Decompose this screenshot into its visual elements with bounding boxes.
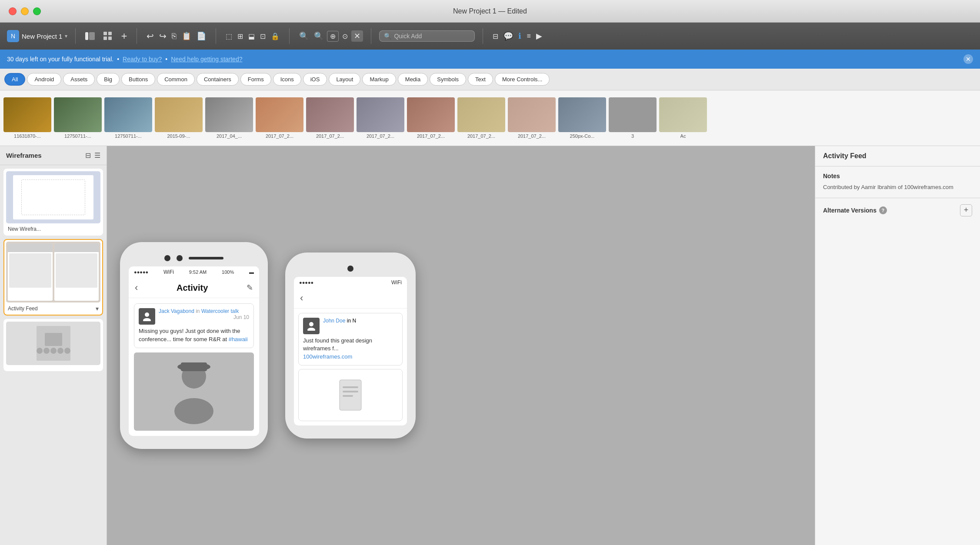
close-button[interactable] <box>9 7 17 15</box>
resize-button[interactable]: ⊡ <box>258 30 267 42</box>
media-item-6[interactable]: 2017_07_2... <box>306 97 354 139</box>
media-item-2[interactable]: 12750711-... <box>104 97 152 139</box>
sidebar-item-activity-feed[interactable]: Activity Feed ▾ <box>3 239 103 316</box>
add-alternate-version-button[interactable]: + <box>960 204 972 216</box>
sidebar-view-toggle[interactable]: ⊟ <box>85 151 91 160</box>
activity-hashtag-1[interactable]: #hawaii <box>229 336 248 342</box>
trial-separator-1: • <box>117 56 119 63</box>
window-controls[interactable] <box>9 7 41 15</box>
back-icon-2[interactable]: ‹ <box>300 292 303 304</box>
clipboard-button[interactable]: 📄 <box>195 30 208 43</box>
align-controls: ⬚ ⊞ ⬓ ⊡ 🔒 <box>224 30 281 42</box>
media-item-12[interactable]: 3 <box>609 97 657 139</box>
activity-preposition-1: in <box>196 308 200 314</box>
canvas-area[interactable]: ●●●●● WiFi 9:52 AM 100% ▬ ‹ Activity ✎ <box>107 146 815 545</box>
media-thumb-0 <box>3 97 51 132</box>
media-item-0[interactable]: 11631870-... <box>3 97 51 139</box>
close-search-button[interactable]: ✕ <box>351 30 363 42</box>
media-thumb-4 <box>205 97 253 132</box>
filter-tab-symbols[interactable]: Symbols <box>430 73 466 86</box>
paste-button[interactable]: 📋 <box>180 30 193 43</box>
filter-tab-layout[interactable]: Layout <box>329 73 360 86</box>
media-strip: 11631870-...12750711-...12750711-...2015… <box>0 90 980 146</box>
sidebar-item-dropdown-button[interactable]: ▾ <box>96 305 99 312</box>
sidebar-item-3[interactable] <box>3 319 103 371</box>
filter-tab-all[interactable]: All <box>4 73 25 86</box>
align-button-2[interactable]: ⊞ <box>236 30 245 42</box>
filter-tab-forms[interactable]: Forms <box>240 73 271 86</box>
search-icon: 🔍 <box>384 33 391 40</box>
media-thumb-5 <box>256 97 303 132</box>
back-icon-1[interactable]: ‹ <box>135 282 138 293</box>
alternate-versions-row: Alternate Versions ? + <box>815 198 980 223</box>
zoom-in-button[interactable]: 🔍 <box>312 30 325 43</box>
dropdown-arrow-icon[interactable]: ▾ <box>65 33 67 39</box>
sidebar-item[interactable]: New Wirefra... <box>3 169 103 236</box>
list-view-button[interactable]: ≡ <box>525 30 532 42</box>
media-item-9[interactable]: 2017_07_2... <box>457 97 505 139</box>
minimize-button[interactable] <box>21 7 29 15</box>
sidebar-toggle-button[interactable] <box>83 30 97 42</box>
filter-tab-android[interactable]: Android <box>27 73 61 86</box>
svg-rect-5 <box>108 37 112 40</box>
filter-tab-containers[interactable]: Containers <box>197 73 239 86</box>
media-item-7[interactable]: 2017_07_2... <box>357 97 404 139</box>
media-item-10[interactable]: 2017_07_2... <box>508 97 556 139</box>
media-label-1: 12750711-... <box>64 133 91 139</box>
help-badge[interactable]: ? <box>879 206 887 214</box>
filter-tab-buttons[interactable]: Buttons <box>121 73 155 86</box>
edit-icon-1[interactable]: ✎ <box>247 283 253 292</box>
help-link[interactable]: Need help getting started? <box>171 56 242 63</box>
grid-view-button[interactable] <box>102 30 114 42</box>
align-button-1[interactable]: ⬚ <box>224 30 234 42</box>
activity-link-2[interactable]: 100wireframes.com <box>303 353 352 360</box>
quick-add-input[interactable] <box>394 33 470 40</box>
phone-bar-1 <box>189 257 223 259</box>
info-button[interactable]: ℹ <box>517 30 523 43</box>
lock-button[interactable]: 🔒 <box>269 30 281 42</box>
distribute-button[interactable]: ⬓ <box>247 30 257 42</box>
media-item-11[interactable]: 250px-Co... <box>558 97 606 139</box>
filter-tab-assets[interactable]: Assets <box>63 73 95 86</box>
filter-tab-markup[interactable]: Markup <box>362 73 396 86</box>
zoom-controls: 🔍 🔍 ⊕ ⊙ ✕ <box>297 30 363 43</box>
copy-button[interactable]: ⎘ <box>170 30 178 43</box>
svg-point-6 <box>145 312 149 317</box>
sidebar-list-toggle[interactable]: ☰ <box>94 151 100 160</box>
filter-tab-more_controls...[interactable]: More Controls... <box>495 73 550 86</box>
maximize-button[interactable] <box>33 7 41 15</box>
svg-point-12 <box>309 322 313 326</box>
media-item-1[interactable]: 12750711-... <box>54 97 102 139</box>
activity-channel-1[interactable]: Watercooler talk <box>201 308 239 314</box>
media-item-3[interactable]: 2015-09-... <box>155 97 203 139</box>
zoom-out-button[interactable]: 🔍 <box>297 30 310 43</box>
filter-tab-text[interactable]: Text <box>468 73 493 86</box>
activity-user-1[interactable]: Jack Vagabond <box>159 308 194 314</box>
undo-button[interactable]: ↩ <box>145 29 156 43</box>
filter-tab-icons[interactable]: Icons <box>273 73 301 86</box>
media-thumb-2 <box>104 97 152 132</box>
activity-user-2[interactable]: John Doe <box>323 318 345 324</box>
comments-button[interactable]: 💬 <box>502 30 515 43</box>
media-item-5[interactable]: 2017_07_2... <box>256 97 303 139</box>
media-item-8[interactable]: 2017_07_2... <box>407 97 455 139</box>
inspector-toggle-button[interactable]: ⊟ <box>491 30 500 42</box>
media-item-13[interactable]: Ac <box>659 97 707 139</box>
add-wireframe-button[interactable]: + <box>119 28 129 44</box>
media-item-4[interactable]: 2017_04_... <box>205 97 253 139</box>
trial-banner: 30 days left on your fully functional tr… <box>0 50 980 69</box>
buy-link[interactable]: Ready to buy? <box>123 56 162 63</box>
filter-tab-common[interactable]: Common <box>157 73 195 86</box>
play-button[interactable]: ▶ <box>534 30 544 43</box>
quick-add-container[interactable]: 🔍 <box>379 30 475 42</box>
filter-tab-ios[interactable]: iOS <box>303 73 327 86</box>
separator-5 <box>371 28 371 44</box>
phone-button-1 <box>177 255 183 261</box>
zoom-fit-button[interactable]: ⊕ <box>327 31 339 42</box>
media-label-12: 3 <box>631 133 634 139</box>
trial-close-button[interactable]: ✕ <box>963 54 973 64</box>
filter-tab-big[interactable]: Big <box>97 73 120 86</box>
filter-tab-media[interactable]: Media <box>398 73 428 86</box>
zoom-actual-button[interactable]: ⊙ <box>340 30 350 42</box>
redo-button[interactable]: ↪ <box>157 29 168 43</box>
